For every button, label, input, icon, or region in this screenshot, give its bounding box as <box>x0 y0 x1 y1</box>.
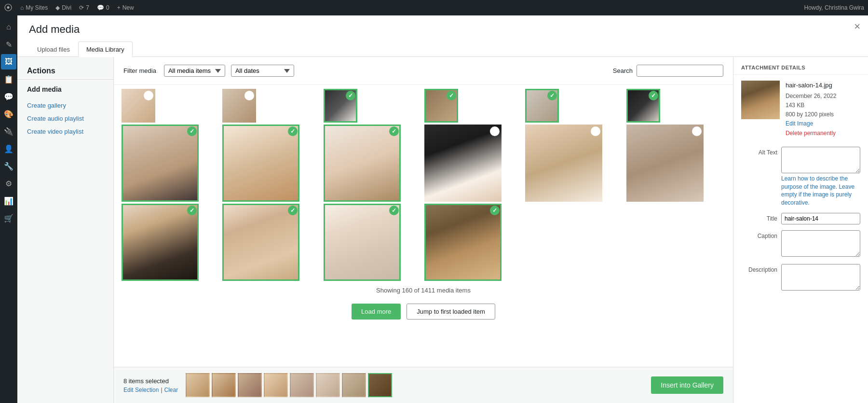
tab-upload-files[interactable]: Upload files <box>29 42 78 57</box>
attachment-meta: hair-salon-14.jpg December 26, 2022 143 … <box>786 81 836 138</box>
media-check <box>692 126 702 136</box>
tab-media-library[interactable]: Media Library <box>78 42 133 57</box>
selected-thumb-6[interactable] <box>316 373 340 397</box>
search-label: Search <box>613 67 633 74</box>
caption-label: Caption <box>741 230 777 239</box>
admin-bar-updates[interactable]: ⟳ 7 <box>79 4 89 11</box>
modal-close-button[interactable]: × <box>854 21 860 32</box>
jump-to-first-button[interactable]: Jump to first loaded item <box>407 304 495 320</box>
attachment-panel-title: ATTACHMENT DETAILS <box>733 57 868 75</box>
sidebar-icon-media[interactable]: 🖼 <box>1 54 16 69</box>
attachment-date: December 26, 2022 <box>786 92 836 101</box>
media-item[interactable] <box>424 125 502 202</box>
selected-thumb-5[interactable] <box>290 373 314 397</box>
updates-icon: ⟳ <box>79 4 84 11</box>
sidebar-icon-posts[interactable]: ✎ <box>1 37 16 52</box>
sidebar-icon-dashboard[interactable]: ⌂ <box>1 19 16 35</box>
admin-bar-new[interactable]: + New <box>117 4 134 11</box>
main-layout: ⌂ ✎ 🖼 📋 💬 🎨 🔌 👤 🔧 ⚙ 📊 🛒 Add media × Uplo… <box>0 15 868 403</box>
media-item-active[interactable]: ✓ <box>424 204 502 281</box>
alt-text-learn-more: Learn how to describe the purpose of the… <box>781 175 860 207</box>
sidebar-icon-store[interactable]: 🛒 <box>1 210 16 226</box>
caption-input[interactable] <box>781 230 860 257</box>
delete-permanently-link[interactable]: Delete permanently <box>786 130 836 137</box>
title-content <box>781 213 860 224</box>
sidebar-icon-tools[interactable]: 🔧 <box>1 158 16 174</box>
media-check: ✓ <box>547 91 557 100</box>
title-input[interactable] <box>781 213 860 224</box>
create-audio-playlist-link[interactable]: Create audio playlist <box>17 112 113 125</box>
caption-content <box>781 230 860 258</box>
sidebar-icon-comments[interactable]: 💬 <box>1 89 16 104</box>
search-input[interactable] <box>637 65 723 77</box>
footer-edit-clear: Edit Selection | Clear <box>123 387 178 393</box>
load-more-button[interactable]: Load more <box>352 304 401 320</box>
media-item[interactable]: ✓ <box>222 125 299 202</box>
create-gallery-link[interactable]: Create gallery <box>17 99 113 112</box>
insert-into-gallery-button[interactable]: Insert into Gallery <box>651 376 723 394</box>
clear-selection-link[interactable]: Clear <box>164 387 178 393</box>
sidebar-icon-pages[interactable]: 📋 <box>1 71 16 87</box>
selected-thumb-7[interactable] <box>342 373 366 397</box>
admin-bar-comments[interactable]: 💬 0 <box>97 4 109 11</box>
media-content-area: Filter media All media items Images Audi… <box>114 57 733 403</box>
sidebar-icon-plugins[interactable]: 🔌 <box>1 124 16 139</box>
selected-thumb-1[interactable] <box>186 373 210 397</box>
sidebar-icon-users[interactable]: 👤 <box>1 141 16 156</box>
media-item[interactable]: ✓ <box>525 89 559 123</box>
divi-icon: ◆ <box>55 4 60 11</box>
filter-media-type-select[interactable]: All media items Images Audio Video <box>164 65 225 77</box>
media-check <box>244 91 254 100</box>
media-check: ✓ <box>288 206 298 215</box>
filter-label: Filter media <box>123 67 156 74</box>
edit-image-link[interactable]: Edit Image <box>786 120 813 127</box>
edit-selection-link[interactable]: Edit Selection <box>123 387 159 393</box>
media-item[interactable]: ✓ <box>324 125 401 202</box>
wp-logo-icon[interactable]: ⦿ <box>4 3 13 13</box>
filter-date-select[interactable]: All dates January 2023 December 2022 <box>231 65 294 77</box>
media-item[interactable] <box>122 89 155 123</box>
media-item[interactable]: ✓ <box>222 204 299 281</box>
attachment-dimensions: 800 by 1200 pixels <box>786 110 836 119</box>
media-check <box>490 126 500 136</box>
my-sites-label: My Sites <box>26 4 48 11</box>
media-check: ✓ <box>187 206 197 215</box>
media-item[interactable] <box>222 89 256 123</box>
sidebar-icon-appearance[interactable]: 🎨 <box>1 106 16 122</box>
media-item[interactable]: ✓ <box>424 89 458 123</box>
media-item[interactable]: ✓ <box>324 89 357 123</box>
actions-panel-subtitle: Add media <box>17 85 113 97</box>
admin-bar-my-sites[interactable]: ⌂ My Sites <box>20 4 48 11</box>
sidebar-icon-analytics[interactable]: 📊 <box>1 193 16 208</box>
create-video-playlist-link[interactable]: Create video playlist <box>17 125 113 138</box>
selected-thumb-8-active[interactable] <box>368 373 392 397</box>
description-content <box>781 264 860 292</box>
description-input[interactable] <box>781 264 860 291</box>
add-media-modal: Add media × Upload files Media Library A… <box>17 15 868 403</box>
admin-bar-divi[interactable]: ◆ Divi <box>55 4 71 11</box>
modal-header: Add media × Upload files Media Library <box>17 15 868 57</box>
media-item[interactable]: ✓ <box>626 89 660 123</box>
modal-body: Actions Add media Create gallery Create … <box>17 57 868 403</box>
media-check: ✓ <box>649 91 658 100</box>
my-sites-icon: ⌂ <box>20 4 24 11</box>
actions-panel: Actions Add media Create gallery Create … <box>17 57 114 403</box>
wp-admin-sidebar: ⌂ ✎ 🖼 📋 💬 🎨 🔌 👤 🔧 ⚙ 📊 🛒 <box>0 15 17 403</box>
search-wrap: Search <box>613 65 723 77</box>
load-actions: Load more Jump to first loaded item <box>122 300 725 327</box>
media-item[interactable] <box>626 125 704 202</box>
selected-thumb-3[interactable] <box>238 373 262 397</box>
media-item[interactable]: ✓ <box>324 204 401 281</box>
attachment-thumbnail <box>741 81 780 119</box>
alt-text-input[interactable] <box>781 147 860 173</box>
selected-thumb-2[interactable] <box>212 373 236 397</box>
attachment-filename: hair-salon-14.jpg <box>786 81 836 91</box>
footer-selection-info: 8 items selected <box>123 377 178 385</box>
media-item[interactable]: ✓ <box>122 204 199 281</box>
divi-label: Divi <box>62 4 71 11</box>
sidebar-icon-settings[interactable]: ⚙ <box>1 176 16 191</box>
media-item[interactable]: ✓ <box>122 125 199 202</box>
media-item[interactable] <box>525 125 602 202</box>
modal-footer: 8 items selected Edit Selection | Clear <box>114 367 733 403</box>
selected-thumb-4[interactable] <box>264 373 288 397</box>
